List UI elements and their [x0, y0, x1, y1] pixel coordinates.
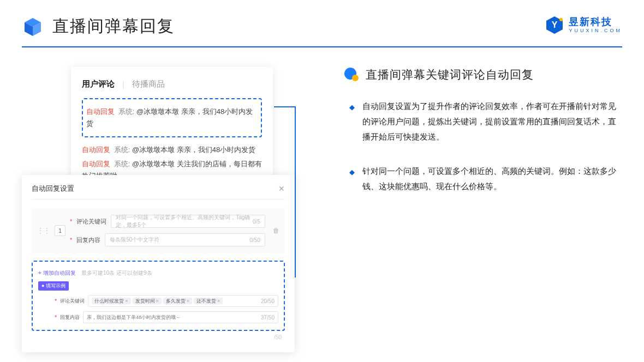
keyword-chip: 发货时间×	[133, 298, 162, 304]
system-label: 系统:	[114, 146, 130, 154]
keyword-placeholder: 对同一个问题，可设置多个相近、高频的关键词，Tag确定，最多5个	[116, 214, 253, 229]
example-reply-counter: 37/50	[261, 315, 275, 321]
delete-icon[interactable]: 🗑	[273, 227, 279, 234]
reply-label: 回复内容	[76, 236, 100, 244]
svg-text:Y: Y	[552, 20, 558, 29]
keyword-chip: 多久发货×	[163, 298, 192, 304]
example-badge: ● 填写示例	[38, 281, 69, 291]
example-highlight: + 增加自动回复 最多可建10条 还可以创建9条 ● 填写示例 * 评论关键词 …	[32, 261, 285, 331]
close-icon[interactable]: ✕	[278, 184, 285, 193]
auto-reply-tag: 自动回复	[82, 160, 110, 168]
system-label: 系统:	[114, 160, 130, 168]
keyword-input[interactable]: 对同一个问题，可设置多个相近、高频的关键词，Tag确定，最多5个 0/5	[111, 215, 265, 228]
bullet-item: ◆自动回复设置为了提升作者的评论回复效率，作者可在开播前针对常见的评论用户问题，…	[349, 99, 622, 144]
add-reply-note: 最多可建10条 还可以创建9条	[81, 270, 152, 276]
comment-text: @冰墩墩本墩 亲亲，我们48小时内发货	[132, 146, 255, 154]
diamond-icon: ◆	[349, 166, 355, 194]
reply-input[interactable]: 每条限50个中文字符 0/50	[105, 233, 265, 246]
example-reply-label: 回复内容	[60, 314, 80, 321]
tab-separator: |	[122, 80, 124, 89]
keyword-chip: 还不发货×	[194, 298, 223, 304]
setting-block: ⋮⋮ 1 * 评论关键词 对同一个问题，可设置多个相近、高频的关键词，Tag确定…	[32, 208, 285, 253]
brand-subtitle: YUUXIN.COM	[569, 28, 622, 33]
example-reply-box: 亲，我们这边都是下单48小时内发货的哦～ 37/50	[83, 311, 278, 323]
reply-placeholder: 每条限50个中文字符	[110, 236, 159, 244]
chat-bubble-icon	[344, 67, 359, 82]
reply-counter: 0/50	[250, 237, 260, 243]
page-title: 直播间弹幕回复	[52, 15, 175, 38]
outer-counter: /50	[32, 334, 285, 340]
required-dot: *	[55, 314, 57, 321]
svg-point-5	[559, 18, 563, 21]
section-title: 直播间弹幕关键词评论自动回复	[366, 67, 534, 82]
keyword-label: 评论关键词	[76, 218, 106, 226]
required-dot: *	[70, 237, 72, 243]
bullet-item: ◆针对同一个问题，可设置多个相近的、高频的关键词。例如：这款多少钱、这块能优惠吗…	[349, 164, 622, 194]
auto-reply-settings-panel: 自动回复设置 ✕ ⋮⋮ 1 * 评论关键词 对同一个问题，可设置多个相近、高频的…	[22, 175, 295, 352]
auto-reply-tag: 自动回复	[86, 107, 115, 116]
add-reply-link[interactable]: + 增加自动回复	[38, 270, 76, 276]
auto-reply-tag: 自动回复	[82, 146, 110, 154]
diamond-icon: ◆	[349, 101, 355, 144]
example-keyword-label: 评论关键词	[60, 298, 85, 305]
example-keyword-box: 什么时候发货×发货时间×多久发货×还不发货× 20/50	[88, 295, 278, 307]
bullet-list: ◆自动回复设置为了提升作者的评论回复效率，作者可在开播前针对常见的评论用户问题，…	[344, 99, 622, 194]
cube-icon	[22, 16, 44, 38]
brand-name: 昱新科技	[569, 17, 622, 27]
example-reply-text: 亲，我们这边都是下单48小时内发货的哦～	[87, 314, 181, 321]
tab-user-comments[interactable]: 用户评论	[82, 79, 115, 89]
required-dot: *	[70, 218, 72, 225]
index-box: 1	[55, 225, 65, 236]
example-keyword-counter: 20/50	[261, 298, 275, 304]
keyword-counter: 0/5	[253, 219, 260, 225]
brand-logo: Y 昱新科技 YUUXIN.COM	[545, 15, 622, 35]
tab-pending-goods[interactable]: 待播商品	[132, 79, 165, 89]
system-label: 系统:	[118, 107, 135, 116]
bullet-text: 自动回复设置为了提升作者的评论回复效率，作者可在开播前针对常见的评论用户问题，提…	[362, 99, 622, 144]
required-dot: *	[55, 298, 57, 304]
drag-handle-icon[interactable]: ⋮⋮	[37, 227, 50, 234]
settings-title: 自动回复设置	[32, 184, 74, 194]
bullet-text: 针对同一个问题，可设置多个相近的、高频的关键词。例如：这款多少钱、这块能优惠吗、…	[362, 164, 622, 194]
example-chips: 什么时候发货×发货时间×多久发货×还不发货×	[92, 298, 224, 305]
keyword-chip: 什么时候发货×	[92, 298, 130, 304]
svg-point-7	[352, 75, 359, 81]
highlighted-comment: 自动回复 系统: @冰墩墩本墩 亲亲，我们48小时内发货	[82, 98, 262, 137]
